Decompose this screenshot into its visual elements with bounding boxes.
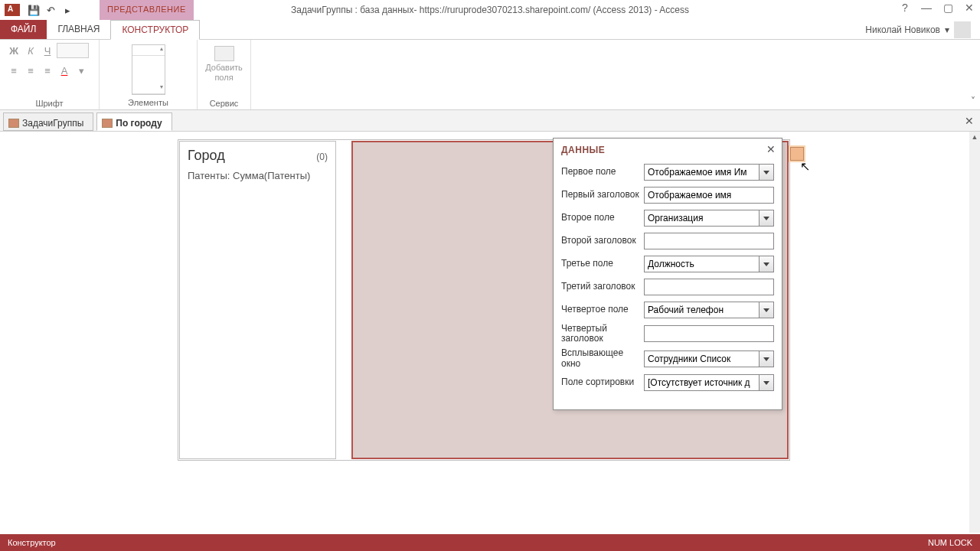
group-service-label: Сервис <box>204 97 244 108</box>
qat-more-icon[interactable]: ▸ <box>61 4 74 16</box>
doc-tab-pogorodu[interactable]: По городу <box>96 112 172 131</box>
minimize-icon[interactable]: — <box>919 2 934 14</box>
second-field-select[interactable]: Организация <box>644 210 774 227</box>
data-properties-pane: ДАННЫЕ ✕ Первое поле Отображаемое имя Им… <box>553 138 782 410</box>
titlebar: 💾 ↶ ▸ ПРЕДСТАВЛЕНИЕ ЗадачиГруппы : база … <box>0 0 980 20</box>
group-font-label: Шрифт <box>6 97 93 108</box>
table-icon <box>102 119 113 128</box>
app-icon <box>5 4 20 16</box>
align-right-icon[interactable]: ≡ <box>40 63 55 78</box>
window-controls: ? — ▢ ✕ <box>897 2 977 14</box>
sort-field-select[interactable]: [Отсутствует источник д <box>644 374 774 391</box>
third-header-input[interactable] <box>644 279 774 295</box>
italic-button[interactable]: К <box>23 43 38 58</box>
first-field-select[interactable]: Отображаемое имя Им <box>644 164 774 181</box>
table-icon <box>8 119 19 128</box>
tab-design[interactable]: КОНСТРУКТОР <box>110 20 200 40</box>
group-field-label: Город <box>188 148 225 164</box>
quick-access-toolbar: 💾 ↶ ▸ <box>28 4 74 16</box>
close-icon[interactable]: ✕ <box>962 2 977 14</box>
cursor-icon: ↖ <box>800 159 810 174</box>
add-fields-button[interactable]: Добавить поля <box>204 43 244 86</box>
avatar <box>954 21 971 38</box>
vertical-scrollbar[interactable]: ▲ <box>969 132 980 533</box>
popup-window-select[interactable]: Сотрудники Список <box>644 350 774 367</box>
control-gallery[interactable]: ▴ ▾ <box>132 44 165 95</box>
save-icon[interactable]: 💾 <box>28 4 40 16</box>
doc-tab-close-icon[interactable]: ✕ <box>965 115 974 127</box>
group-service: Добавить поля Сервис <box>198 40 251 109</box>
doc-tab-label: По городу <box>116 118 162 129</box>
ribbon: Ж К Ч ≡ ≡ ≡ A ▾ Шрифт ▴ ▾ Элементы управ… <box>0 40 980 110</box>
chevron-down-icon: ▾ <box>945 24 949 35</box>
user-account[interactable]: Николай Новиков ▾ <box>865 20 971 39</box>
popup-window-label: Всплывающее окно <box>561 348 644 368</box>
doc-tab-label: ЗадачиГруппы <box>22 118 83 129</box>
pane-close-icon[interactable]: ✕ <box>766 143 776 155</box>
ribbon-tabs: ФАЙЛ ГЛАВНАЯ КОНСТРУКТОР Николай Новиков… <box>0 20 980 40</box>
underline-button[interactable]: Ч <box>40 43 55 58</box>
second-header-label: Второй заголовок <box>561 236 644 246</box>
status-bar: Конструктор NUM LOCK <box>0 534 980 551</box>
contextual-tab-label: ПРЕДСТАВЛЕНИЕ <box>100 0 194 20</box>
group-count: (0) <box>316 152 328 162</box>
document-tabs: ЗадачиГруппы По городу ✕ <box>0 110 980 132</box>
group-header-panel[interactable]: Город (0) Патенты: Сумма(Патенты) <box>179 141 336 459</box>
status-mode: Конструктор <box>8 538 56 547</box>
doc-tab-zadachigruppy[interactable]: ЗадачиГруппы <box>3 112 93 131</box>
status-numlock: NUM LOCK <box>928 538 972 547</box>
third-field-select[interactable]: Должность <box>644 256 774 272</box>
tab-file[interactable]: ФАЙЛ <box>0 20 47 39</box>
pane-title: ДАННЫЕ <box>561 145 774 155</box>
chevron-down-icon[interactable]: ▾ <box>74 63 89 78</box>
restore-icon[interactable]: ▢ <box>940 2 956 14</box>
scroll-up-icon[interactable]: ▲ <box>969 132 980 142</box>
design-canvas[interactable]: Город (0) Патенты: Сумма(Патенты) ↖ <box>0 132 980 533</box>
add-fields-icon <box>214 46 234 61</box>
fourth-header-label: Четвертый заголовок <box>561 324 644 344</box>
group-controls: ▴ ▾ Элементы управления <box>100 40 198 109</box>
third-field-label: Третье поле <box>561 259 644 269</box>
sort-field-label: Поле сортировки <box>561 377 644 387</box>
user-name: Николай Новиков <box>865 24 940 35</box>
undo-icon[interactable]: ↶ <box>44 4 57 16</box>
font-color-button[interactable]: A <box>57 63 72 78</box>
fourth-header-input[interactable] <box>644 325 774 342</box>
first-field-label: Первое поле <box>561 167 644 177</box>
group-aggregate-label: Патенты: Сумма(Патенты) <box>188 170 328 181</box>
font-size-combo[interactable] <box>57 43 89 58</box>
fourth-field-label: Четвертое поле <box>561 305 644 315</box>
group-font: Ж К Ч ≡ ≡ ≡ A ▾ Шрифт <box>0 40 100 109</box>
third-header-label: Третий заголовок <box>561 282 644 292</box>
first-header-label: Первый заголовок <box>561 190 644 200</box>
first-header-input[interactable]: Отображаемое имя <box>644 187 774 204</box>
second-header-input[interactable] <box>644 233 774 249</box>
second-field-label: Второе поле <box>561 213 644 223</box>
tab-home[interactable]: ГЛАВНАЯ <box>47 20 110 39</box>
window-title: ЗадачиГруппы : база данных- https://ruru… <box>291 5 689 15</box>
bold-button[interactable]: Ж <box>6 43 21 58</box>
fourth-field-select[interactable]: Рабочий телефон <box>644 302 774 318</box>
align-left-icon[interactable]: ≡ <box>6 63 21 78</box>
align-center-icon[interactable]: ≡ <box>23 63 38 78</box>
ribbon-collapse-icon[interactable]: ˅ <box>971 96 975 106</box>
help-icon[interactable]: ? <box>897 2 913 14</box>
